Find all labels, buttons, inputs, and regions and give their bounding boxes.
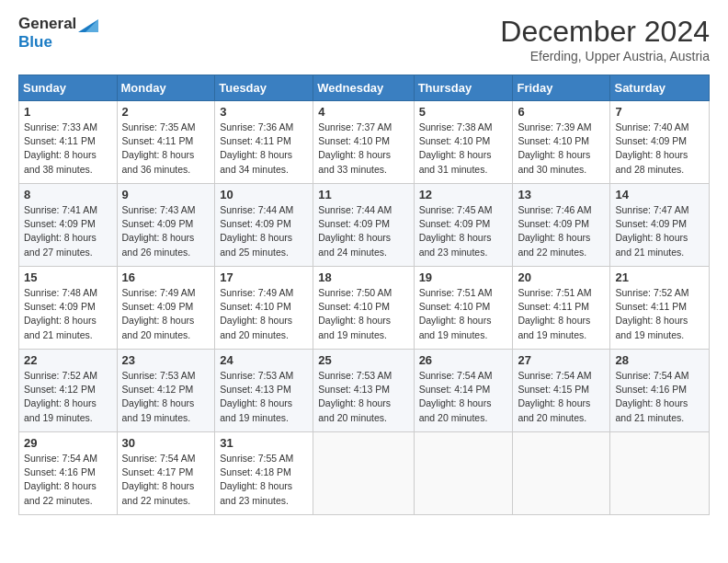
calendar-cell: 30 Sunrise: 7:54 AMSunset: 4:17 PMDaylig… xyxy=(117,432,215,515)
calendar-cell: 19 Sunrise: 7:51 AMSunset: 4:10 PMDaylig… xyxy=(414,267,513,350)
calendar-cell: 5 Sunrise: 7:38 AMSunset: 4:10 PMDayligh… xyxy=(414,101,513,184)
day-info: Sunrise: 7:33 AMSunset: 4:11 PMDaylight:… xyxy=(24,121,97,175)
calendar-cell xyxy=(313,432,414,515)
calendar-cell xyxy=(414,432,513,515)
day-info: Sunrise: 7:51 AMSunset: 4:10 PMDaylight:… xyxy=(419,287,493,340)
day-number: 26 xyxy=(419,353,508,367)
calendar-cell: 4 Sunrise: 7:37 AMSunset: 4:10 PMDayligh… xyxy=(313,101,414,184)
day-number: 21 xyxy=(615,270,704,284)
day-number: 30 xyxy=(122,436,210,450)
calendar-cell: 20 Sunrise: 7:51 AMSunset: 4:11 PMDaylig… xyxy=(513,267,610,350)
weekday-header-sunday: Sunday xyxy=(19,75,118,101)
calendar-cell: 9 Sunrise: 7:43 AMSunset: 4:09 PMDayligh… xyxy=(117,184,215,267)
calendar-cell: 31 Sunrise: 7:55 AMSunset: 4:18 PMDaylig… xyxy=(215,432,313,515)
svg-marker-1 xyxy=(85,19,98,32)
logo: General Blue xyxy=(18,15,98,52)
day-info: Sunrise: 7:36 AMSunset: 4:11 PMDaylight:… xyxy=(220,121,293,175)
day-info: Sunrise: 7:41 AMSunset: 4:09 PMDaylight:… xyxy=(24,204,97,258)
day-info: Sunrise: 7:54 AMSunset: 4:14 PMDaylight:… xyxy=(419,370,493,423)
day-info: Sunrise: 7:39 AMSunset: 4:10 PMDaylight:… xyxy=(518,121,591,175)
day-number: 13 xyxy=(518,188,605,201)
day-number: 4 xyxy=(318,105,408,119)
day-number: 6 xyxy=(518,105,605,119)
day-info: Sunrise: 7:44 AMSunset: 4:09 PMDaylight:… xyxy=(220,204,293,258)
calendar-cell: 21 Sunrise: 7:52 AMSunset: 4:11 PMDaylig… xyxy=(610,267,710,350)
day-info: Sunrise: 7:52 AMSunset: 4:12 PMDaylight:… xyxy=(24,370,97,423)
day-info: Sunrise: 7:55 AMSunset: 4:18 PMDaylight:… xyxy=(220,453,293,506)
calendar-cell: 29 Sunrise: 7:54 AMSunset: 4:16 PMDaylig… xyxy=(19,432,118,515)
day-number: 3 xyxy=(220,105,308,119)
weekday-header-tuesday: Tuesday xyxy=(215,75,313,101)
day-info: Sunrise: 7:54 AMSunset: 4:16 PMDaylight:… xyxy=(615,370,688,423)
calendar-cell: 25 Sunrise: 7:53 AMSunset: 4:13 PMDaylig… xyxy=(313,350,414,432)
calendar-cell: 16 Sunrise: 7:49 AMSunset: 4:09 PMDaylig… xyxy=(117,267,215,350)
calendar-cell: 8 Sunrise: 7:41 AMSunset: 4:09 PMDayligh… xyxy=(19,184,118,267)
calendar-cell: 24 Sunrise: 7:53 AMSunset: 4:13 PMDaylig… xyxy=(215,350,313,432)
day-info: Sunrise: 7:35 AMSunset: 4:11 PMDaylight:… xyxy=(122,121,196,175)
day-info: Sunrise: 7:40 AMSunset: 4:09 PMDaylight:… xyxy=(615,121,688,175)
calendar-cell xyxy=(610,432,710,515)
day-number: 15 xyxy=(24,270,112,284)
day-info: Sunrise: 7:37 AMSunset: 4:10 PMDaylight:… xyxy=(318,121,392,175)
day-number: 29 xyxy=(24,436,112,450)
day-info: Sunrise: 7:38 AMSunset: 4:10 PMDaylight:… xyxy=(419,121,493,175)
calendar-cell: 11 Sunrise: 7:44 AMSunset: 4:09 PMDaylig… xyxy=(313,184,414,267)
day-info: Sunrise: 7:53 AMSunset: 4:13 PMDaylight:… xyxy=(220,370,293,423)
calendar-cell: 14 Sunrise: 7:47 AMSunset: 4:09 PMDaylig… xyxy=(610,184,710,267)
day-number: 9 xyxy=(122,188,210,201)
day-info: Sunrise: 7:54 AMSunset: 4:15 PMDaylight:… xyxy=(518,370,591,423)
day-number: 19 xyxy=(419,270,508,284)
day-number: 17 xyxy=(220,270,308,284)
day-info: Sunrise: 7:49 AMSunset: 4:10 PMDaylight:… xyxy=(220,287,293,340)
weekday-header-wednesday: Wednesday xyxy=(313,75,414,101)
day-number: 2 xyxy=(122,105,210,119)
day-number: 11 xyxy=(318,188,408,201)
location-title: Eferding, Upper Austria, Austria xyxy=(500,49,710,63)
calendar-cell: 18 Sunrise: 7:50 AMSunset: 4:10 PMDaylig… xyxy=(313,267,414,350)
logo-bird-icon xyxy=(78,16,98,32)
day-number: 12 xyxy=(419,188,508,201)
day-number: 18 xyxy=(318,270,408,284)
day-number: 16 xyxy=(122,270,210,284)
month-title: December 2024 xyxy=(500,15,710,49)
calendar-cell: 26 Sunrise: 7:54 AMSunset: 4:14 PMDaylig… xyxy=(414,350,513,432)
calendar-cell xyxy=(513,432,610,515)
calendar-cell: 23 Sunrise: 7:53 AMSunset: 4:12 PMDaylig… xyxy=(117,350,215,432)
day-number: 23 xyxy=(122,353,210,367)
day-number: 24 xyxy=(220,353,308,367)
day-number: 28 xyxy=(615,353,704,367)
weekday-header-saturday: Saturday xyxy=(610,75,710,101)
calendar-cell: 13 Sunrise: 7:46 AMSunset: 4:09 PMDaylig… xyxy=(513,184,610,267)
day-number: 25 xyxy=(318,353,408,367)
day-info: Sunrise: 7:49 AMSunset: 4:09 PMDaylight:… xyxy=(122,287,196,340)
day-number: 14 xyxy=(615,188,704,201)
day-number: 8 xyxy=(24,188,112,201)
day-info: Sunrise: 7:53 AMSunset: 4:13 PMDaylight:… xyxy=(318,370,392,423)
calendar-cell: 22 Sunrise: 7:52 AMSunset: 4:12 PMDaylig… xyxy=(19,350,118,432)
day-info: Sunrise: 7:50 AMSunset: 4:10 PMDaylight:… xyxy=(318,287,392,340)
day-info: Sunrise: 7:54 AMSunset: 4:17 PMDaylight:… xyxy=(122,453,196,506)
calendar-cell: 15 Sunrise: 7:48 AMSunset: 4:09 PMDaylig… xyxy=(19,267,118,350)
calendar-cell: 12 Sunrise: 7:45 AMSunset: 4:09 PMDaylig… xyxy=(414,184,513,267)
calendar-cell: 7 Sunrise: 7:40 AMSunset: 4:09 PMDayligh… xyxy=(610,101,710,184)
day-info: Sunrise: 7:43 AMSunset: 4:09 PMDaylight:… xyxy=(122,204,196,258)
weekday-header-monday: Monday xyxy=(117,75,215,101)
day-info: Sunrise: 7:47 AMSunset: 4:09 PMDaylight:… xyxy=(615,204,688,258)
calendar-table: SundayMondayTuesdayWednesdayThursdayFrid… xyxy=(18,75,710,515)
header: General Blue December 2024 Eferding, Upp… xyxy=(18,15,710,63)
calendar-cell: 1 Sunrise: 7:33 AMSunset: 4:11 PMDayligh… xyxy=(19,101,118,184)
calendar-cell: 10 Sunrise: 7:44 AMSunset: 4:09 PMDaylig… xyxy=(215,184,313,267)
day-number: 10 xyxy=(220,188,308,201)
day-info: Sunrise: 7:54 AMSunset: 4:16 PMDaylight:… xyxy=(24,453,97,506)
day-number: 7 xyxy=(615,105,704,119)
calendar-cell: 2 Sunrise: 7:35 AMSunset: 4:11 PMDayligh… xyxy=(117,101,215,184)
calendar-cell: 28 Sunrise: 7:54 AMSunset: 4:16 PMDaylig… xyxy=(610,350,710,432)
day-info: Sunrise: 7:46 AMSunset: 4:09 PMDaylight:… xyxy=(518,204,591,258)
day-info: Sunrise: 7:44 AMSunset: 4:09 PMDaylight:… xyxy=(318,204,392,258)
day-info: Sunrise: 7:48 AMSunset: 4:09 PMDaylight:… xyxy=(24,287,97,340)
weekday-header-thursday: Thursday xyxy=(414,75,513,101)
calendar-cell: 27 Sunrise: 7:54 AMSunset: 4:15 PMDaylig… xyxy=(513,350,610,432)
title-area: December 2024 Eferding, Upper Austria, A… xyxy=(500,15,710,63)
weekday-header-friday: Friday xyxy=(513,75,610,101)
calendar-cell: 3 Sunrise: 7:36 AMSunset: 4:11 PMDayligh… xyxy=(215,101,313,184)
